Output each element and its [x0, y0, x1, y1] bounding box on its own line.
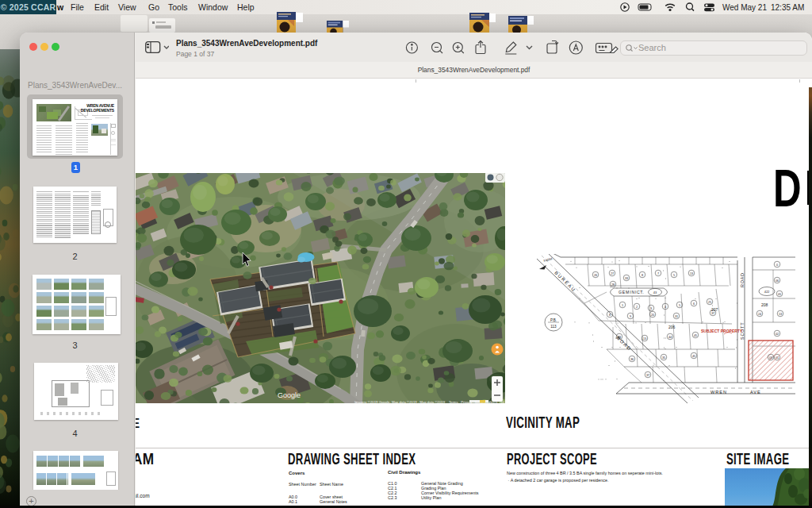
- svg-text:28: 28: [611, 283, 615, 287]
- svg-text:CT.: CT.: [637, 290, 644, 294]
- svg-text:45: 45: [694, 334, 697, 337]
- svg-text:8: 8: [642, 274, 643, 277]
- svg-text:207: 207: [711, 307, 718, 312]
- svg-text:13: 13: [779, 313, 782, 316]
- svg-text:WREN: WREN: [710, 390, 727, 394]
- svg-text:13: 13: [643, 337, 646, 341]
- svg-text:24: 24: [758, 313, 761, 316]
- svg-text:06: 06: [776, 279, 779, 283]
- svg-text:ROAD: ROAD: [740, 272, 745, 287]
- svg-text:03: 03: [769, 356, 772, 360]
- svg-text:36: 36: [630, 358, 634, 361]
- svg-text:37: 37: [711, 312, 714, 315]
- svg-text:0: 0: [776, 264, 778, 267]
- svg-text:GEMINI: GEMINI: [619, 290, 637, 294]
- svg-text:SUBJECT PROPERTY: SUBJECT PROPERTY: [701, 329, 743, 333]
- svg-text:27: 27: [611, 272, 614, 275]
- svg-text:7: 7: [657, 272, 659, 275]
- svg-text:8: 8: [609, 314, 611, 317]
- svg-text:35: 35: [662, 356, 665, 360]
- svg-text:4: 4: [665, 306, 666, 309]
- svg-text:9: 9: [630, 315, 631, 318]
- svg-text:20: 20: [651, 314, 654, 317]
- svg-text:2: 2: [636, 306, 638, 309]
- svg-text:26: 26: [594, 274, 597, 277]
- svg-text:206: 206: [668, 325, 676, 329]
- svg-text:208: 208: [761, 302, 768, 307]
- svg-text:37: 37: [646, 374, 649, 377]
- svg-text:1: 1: [622, 304, 623, 307]
- svg-text:44: 44: [668, 336, 672, 339]
- svg-text:33: 33: [625, 277, 628, 280]
- svg-text:113: 113: [550, 325, 557, 329]
- svg-text:31: 31: [675, 315, 678, 318]
- svg-text:3: 3: [650, 307, 652, 310]
- svg-text:05: 05: [778, 293, 781, 296]
- svg-text:P.B.: P.B.: [550, 318, 557, 322]
- svg-text:422: 422: [764, 290, 770, 294]
- svg-text:43: 43: [653, 291, 657, 294]
- svg-text:02: 02: [776, 333, 779, 336]
- svg-text:6: 6: [693, 302, 695, 306]
- svg-text:AVE: AVE: [750, 390, 761, 394]
- svg-text:5: 5: [679, 304, 680, 307]
- svg-text:25: 25: [708, 301, 711, 304]
- svg-text:13: 13: [690, 272, 693, 275]
- svg-text:Google: Google: [278, 391, 301, 399]
- svg-text:45: 45: [692, 355, 695, 358]
- svg-text:BUREAU: BUREAU: [553, 270, 576, 293]
- svg-text:5: 5: [673, 274, 675, 277]
